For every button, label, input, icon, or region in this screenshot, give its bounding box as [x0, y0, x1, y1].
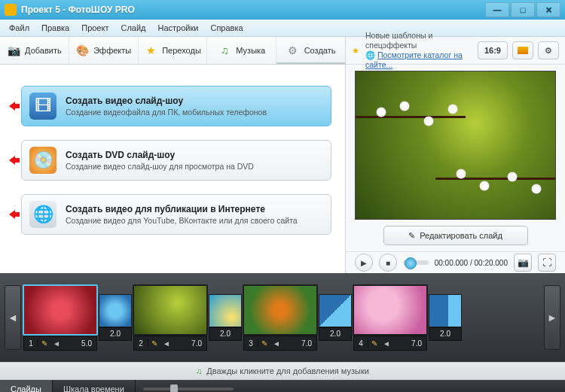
pointer-arrow-icon: [8, 210, 21, 219]
gear-icon: ⚙: [545, 46, 552, 56]
star-icon: ★: [352, 46, 359, 56]
export-icon: ⚙: [286, 44, 300, 57]
display-mode-button[interactable]: [512, 41, 533, 59]
maximize-button[interactable]: □: [511, 2, 535, 17]
pencil-icon[interactable]: ✎: [258, 339, 270, 348]
stop-button[interactable]: ■: [379, 254, 397, 272]
timeline-prev-button[interactable]: ◄: [5, 285, 21, 350]
tab-transitions[interactable]: ★Переходы: [139, 37, 208, 64]
pencil-icon[interactable]: ✎: [38, 339, 50, 348]
menu-edit[interactable]: Правка: [35, 23, 75, 32]
transition-item[interactable]: 2.0: [429, 294, 461, 341]
tab-music[interactable]: ♫Музыка: [207, 37, 276, 64]
bottom-bar: Слайды Шкала времени: [0, 380, 565, 392]
create-dvd-slideshow-card[interactable]: 💿 Создать DVD слайд-шоуСоздание видео сл…: [21, 140, 331, 181]
star-icon: ★: [144, 44, 157, 57]
music-icon: ♫: [196, 366, 202, 375]
music-track-row[interactable]: ♫ Дважды кликните для добавления музыки: [0, 362, 565, 380]
bottom-tab-timeline[interactable]: Шкала времени: [53, 380, 136, 392]
window-title: Проект 5 - ФотоШОУ PRO: [21, 5, 135, 15]
menubar: Файл Правка Проект Слайд Настройки Справ…: [0, 20, 565, 37]
globe-icon: 🌐: [29, 201, 56, 228]
globe-icon: 🌐: [365, 50, 375, 59]
create-video-slideshow-card[interactable]: 🎞 Создать видео слайд-шоуСоздание видеоф…: [21, 86, 331, 126]
slide-item[interactable]: 3✎◄7.0: [244, 284, 316, 351]
tab-add[interactable]: 📷Добавить: [0, 37, 69, 64]
pencil-icon[interactable]: ✎: [148, 339, 160, 348]
camera-icon: 📷: [518, 257, 529, 268]
play-button[interactable]: ▶: [355, 254, 373, 272]
left-pane: 📷Добавить 🎨Эффекты ★Переходы ♫Музыка ⚙Со…: [0, 37, 346, 273]
menu-settings[interactable]: Настройки: [152, 23, 205, 32]
aspect-ratio-button[interactable]: 16:9: [478, 41, 508, 59]
chevron-left-icon[interactable]: ◄: [380, 339, 392, 348]
transition-item[interactable]: 2.0: [319, 294, 351, 341]
palette-icon: 🎨: [75, 44, 89, 57]
titlebar: Проект 5 - ФотоШОУ PRO — □ ✕: [0, 0, 565, 20]
minimize-button[interactable]: —: [485, 2, 509, 17]
transition-item[interactable]: 2.0: [209, 294, 241, 341]
slide-item[interactable]: 4✎◄7.0: [354, 284, 426, 351]
menu-help[interactable]: Справка: [204, 23, 249, 32]
pointer-arrow-icon: [8, 102, 21, 111]
seek-slider[interactable]: [403, 260, 429, 265]
camera-icon: 📷: [7, 44, 20, 57]
music-hint-label: Дважды кликните для добавления музыки: [206, 366, 369, 375]
chevron-left-icon[interactable]: ◄: [270, 339, 282, 348]
music-icon: ♫: [218, 44, 231, 57]
right-pane: ★ Новые шаблоны и спецэффекты 🌐 Посмотри…: [346, 37, 565, 273]
settings-button[interactable]: ⚙: [538, 41, 559, 59]
timeline: ◄ 1✎◄5.0 2.0 2✎◄7.0 2.0 3✎◄7.0 2.0 4✎◄7.…: [0, 273, 565, 362]
create-web-video-card[interactable]: 🌐 Создать видео для публикации в Интерне…: [21, 194, 331, 235]
pointer-arrow-icon: [8, 156, 21, 165]
video-slideshow-icon: 🎞: [29, 93, 56, 120]
pencil-icon[interactable]: ✎: [368, 339, 380, 348]
chevron-left-icon[interactable]: ◄: [160, 339, 173, 348]
fullscreen-icon: ⛶: [542, 257, 551, 268]
tab-effects[interactable]: 🎨Эффекты: [69, 37, 139, 64]
menu-slide[interactable]: Слайд: [115, 23, 151, 32]
slide-item[interactable]: 2✎◄7.0: [134, 284, 206, 351]
bottom-tab-slides[interactable]: Слайды: [0, 380, 53, 392]
transition-item[interactable]: 2.0: [99, 294, 131, 341]
chevron-left-icon[interactable]: ◄: [50, 339, 63, 348]
close-button[interactable]: ✕: [536, 2, 560, 17]
zoom-slider[interactable]: [143, 387, 234, 390]
time-display: 00:00.000 / 00:20.000: [435, 259, 508, 267]
menu-project[interactable]: Проект: [75, 23, 115, 32]
slide-item[interactable]: 1✎◄5.0: [24, 284, 96, 351]
menu-file[interactable]: Файл: [3, 23, 35, 32]
fullscreen-button[interactable]: ⛶: [538, 254, 556, 272]
snapshot-button[interactable]: 📷: [514, 254, 532, 272]
screen-icon: [518, 47, 528, 54]
preview-viewport[interactable]: [355, 71, 556, 220]
app-icon: [5, 4, 17, 16]
timeline-next-button[interactable]: ►: [544, 285, 560, 350]
tab-create[interactable]: ⚙Создать: [276, 37, 345, 64]
pencil-icon: ✎: [408, 231, 415, 241]
dvd-icon: 💿: [29, 147, 56, 174]
edit-slide-button[interactable]: ✎Редактировать слайд: [383, 226, 528, 245]
